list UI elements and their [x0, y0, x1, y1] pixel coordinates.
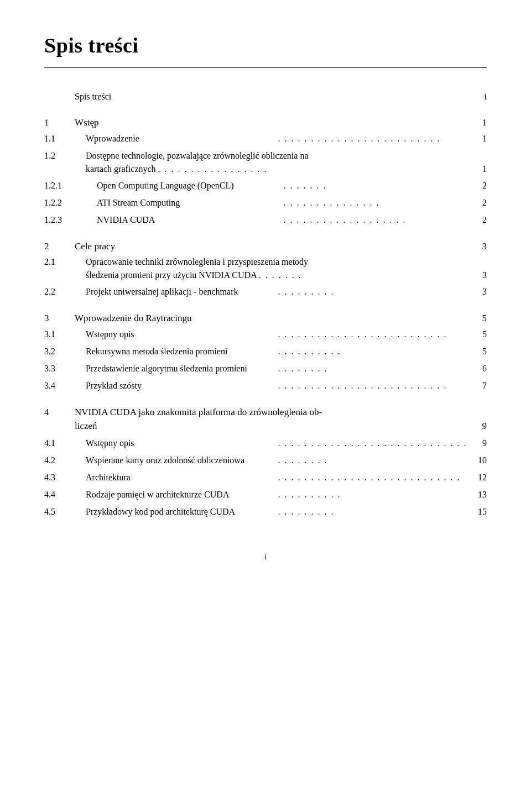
toc-dots-3-4: . . . . . . . . . . . . . . . . . . . . …: [278, 379, 468, 393]
toc-entry-1-2-2: 1.2.2 ATI Stream Computing . . . . . . .…: [44, 196, 487, 210]
toc-header-page: i: [470, 90, 487, 103]
toc-header-label: Spis treści: [75, 90, 470, 103]
toc-num-4-3: 4.3: [44, 471, 86, 484]
toc-page-1-2: 1: [470, 163, 487, 176]
toc-page-4-4: 13: [470, 488, 487, 501]
toc-entry-3-4: 3.4 Przykład szósty . . . . . . . . . . …: [44, 379, 487, 393]
toc-dots-4-3: . . . . . . . . . . . . . . . . . . . . …: [278, 471, 468, 485]
toc-page-2-1: 3: [470, 269, 487, 282]
toc-num-4-2: 4.2: [44, 454, 86, 467]
toc-dots-2-2: . . . . . . . . .: [278, 285, 468, 299]
toc-dots-1-2-1: . . . . . . .: [284, 179, 468, 193]
toc-entry-1-2-1: 1.2.1 Open Computing Language (OpenCL) .…: [44, 179, 487, 193]
toc-entry-1-1: 1.1 Wprowadzenie . . . . . . . . . . . .…: [44, 132, 487, 146]
toc-label-2-1: Opracowanie techniki zrównoleglenia i pr…: [86, 255, 470, 282]
toc-label-3-4: Przykład szósty: [86, 379, 276, 392]
toc-num-3-1: 3.1: [44, 328, 86, 341]
toc-label-4-1: Wstępny opis: [86, 437, 276, 450]
toc-dots-3-2: . . . . . . . . . .: [278, 345, 468, 359]
toc-num-3-3: 3.3: [44, 362, 86, 375]
toc-dots-1-1: . . . . . . . . . . . . . . . . . . . . …: [278, 132, 468, 146]
toc-label-4-5: Przykładowy kod pod architekturę CUDA: [86, 505, 276, 518]
toc-container: Spis treści i 1 Wstęp 1 1.1 Wprowadzenie…: [44, 90, 487, 519]
toc-label-1-2-3: NVIDIA CUDA: [97, 213, 282, 227]
toc-num-1-2: 1.2: [44, 149, 86, 163]
toc-page-4-3: 12: [470, 471, 487, 484]
toc-page-4-5: 15: [470, 505, 487, 518]
toc-num-2-2: 2.2: [44, 285, 86, 298]
toc-entry-3-3: 3.3 Przedstawienie algorytmu śledzenia p…: [44, 362, 487, 376]
toc-entry-2-1: 2.1 Opracowanie techniki zrównoleglenia …: [44, 255, 487, 282]
toc-page-3-2: 5: [470, 345, 487, 358]
toc-entry-4-2: 4.2 Wspierane karty oraz zdolność oblicz…: [44, 454, 487, 468]
toc-dots-4-4: . . . . . . . . . .: [278, 488, 468, 502]
toc-label-3-2: Rekursywna metoda śledzenia promieni: [86, 345, 276, 358]
toc-page-2: 3: [470, 239, 487, 254]
toc-num-1-2-3: 1.2.3: [44, 213, 97, 227]
toc-entry-1-2: 1.2 Dostępne technologie, pozwalające zr…: [44, 149, 487, 176]
toc-label-1-2: Dostępne technologie, pozwalające zrówno…: [86, 149, 470, 176]
toc-entry-2-2: 2.2 Projekt uniwersalnej aplikacji - ben…: [44, 285, 487, 299]
toc-chapter-1: 1 Wstęp 1: [44, 116, 487, 130]
toc-dots-1-2-2: . . . . . . . . . . . . . . .: [284, 196, 468, 210]
toc-num-2-1: 2.1: [44, 255, 86, 269]
toc-dots-4-5: . . . . . . . . .: [278, 505, 468, 519]
toc-label-2: Cele pracy: [75, 239, 470, 254]
toc-entry-3-1: 3.1 Wstępny opis . . . . . . . . . . . .…: [44, 328, 487, 342]
toc-page-1: 1: [470, 116, 487, 130]
toc-label-4-4: Rodzaje pamięci w architekturze CUDA: [86, 488, 276, 501]
toc-page-3-3: 6: [470, 362, 487, 375]
toc-page-4-2: 10: [470, 454, 487, 467]
toc-num-4-4: 4.4: [44, 488, 86, 501]
toc-label-3-1: Wstępny opis: [86, 328, 276, 341]
toc-num-3-2: 3.2: [44, 345, 86, 358]
toc-entry-3-2: 3.2 Rekursywna metoda śledzenia promieni…: [44, 345, 487, 359]
toc-page-1-1: 1: [470, 132, 487, 145]
toc-entry-4-1: 4.1 Wstępny opis . . . . . . . . . . . .…: [44, 437, 487, 450]
toc-page-4-1: 9: [470, 437, 487, 450]
toc-num-3: 3: [44, 311, 75, 326]
toc-page-3-4: 7: [470, 379, 487, 392]
toc-dots-4-2: . . . . . . . .: [278, 454, 468, 468]
toc-num-1: 1: [44, 116, 75, 130]
toc-label-3: Wprowadzenie do Raytracingu: [75, 311, 470, 326]
toc-dots-4-1: . . . . . . . . . . . . . . . . . . . . …: [278, 437, 468, 450]
toc-num-1-2-2: 1.2.2: [44, 196, 97, 209]
toc-page-1-2-2: 2: [470, 196, 487, 209]
toc-page-1-2-3: 2: [470, 213, 487, 227]
toc-label-4-3: Architektura: [86, 471, 276, 484]
toc-entry-4-4: 4.4 Rodzaje pamięci w architekturze CUDA…: [44, 488, 487, 502]
toc-label-1-2-2: ATI Stream Computing: [97, 196, 282, 209]
toc-entry-4-3: 4.3 Architektura . . . . . . . . . . . .…: [44, 471, 487, 485]
toc-chapter-4: 4 NVIDIA CUDA jako znakomita platforma d…: [44, 405, 487, 433]
toc-num-3-4: 3.4: [44, 379, 86, 392]
toc-page-4: 9: [470, 419, 487, 433]
toc-label-4: NVIDIA CUDA jako znakomita platforma do …: [75, 405, 470, 433]
toc-page-2-2: 3: [470, 285, 487, 298]
toc-num-4-5: 4.5: [44, 505, 86, 518]
toc-header-entry: Spis treści i: [44, 90, 487, 103]
toc-num-4: 4: [44, 405, 75, 420]
toc-label-4-2: Wspierane karty oraz zdolność obliczenio…: [86, 454, 276, 467]
toc-num-1-1: 1.1: [44, 132, 86, 145]
toc-page-3-1: 5: [470, 328, 487, 341]
toc-label-2-2: Projekt uniwersalnej aplikacji - benchma…: [86, 285, 276, 298]
toc-num-1-2-1: 1.2.1: [44, 179, 97, 192]
toc-label-1-1: Wprowadzenie: [86, 132, 276, 145]
toc-entry-1-2-3: 1.2.3 NVIDIA CUDA . . . . . . . . . . . …: [44, 213, 487, 227]
toc-chapter-3: 3 Wprowadzenie do Raytracingu 5: [44, 311, 487, 326]
toc-num-4-1: 4.1: [44, 437, 86, 450]
toc-dots-1-2-3: . . . . . . . . . . . . . . . . . . .: [284, 213, 468, 227]
toc-dots-3-1: . . . . . . . . . . . . . . . . . . . . …: [278, 328, 468, 342]
toc-num-2: 2: [44, 239, 75, 254]
title-divider: [44, 67, 487, 68]
toc-label-3-3: Przedstawienie algorytmu śledzenia promi…: [86, 362, 276, 375]
toc-entry-4-5: 4.5 Przykładowy kod pod architekturę CUD…: [44, 505, 487, 519]
toc-page-3: 5: [470, 311, 487, 326]
page-footer: i: [44, 552, 487, 562]
toc-page-1-2-1: 2: [470, 179, 487, 192]
page-title: Spis treści: [44, 33, 487, 57]
toc-chapter-2: 2 Cele pracy 3: [44, 239, 487, 254]
toc-label-1: Wstęp: [75, 116, 470, 130]
toc-dots-3-3: . . . . . . . .: [278, 362, 468, 376]
